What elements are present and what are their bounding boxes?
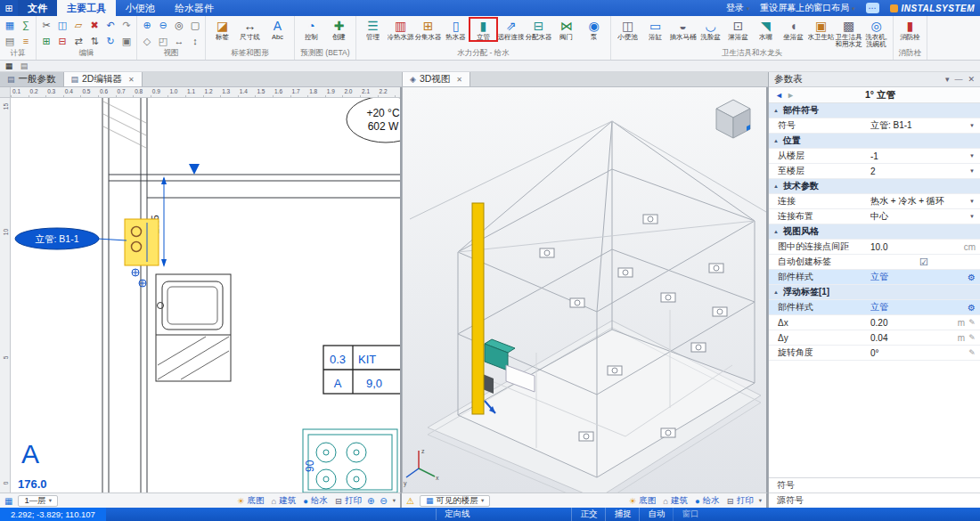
edit-pencil-icon[interactable]: ✎ [967, 333, 977, 342]
fit-height-icon[interactable]: ↕ [188, 34, 202, 48]
tab-general-parameters[interactable]: ▤ 一般参数 [0, 72, 64, 86]
3d-model-drawing[interactable]: z x y [403, 87, 768, 493]
swap-horizontal-icon[interactable]: ⇄ [71, 34, 86, 48]
ribbon-button-washer-dishwasher[interactable]: ◎洗衣机,洗碗机 [862, 18, 890, 49]
property-value[interactable]: 10.0 [870, 242, 960, 252]
close-icon[interactable]: ✕ [456, 76, 462, 84]
fit-width-icon[interactable]: ↔ [172, 34, 186, 48]
redo-icon[interactable]: ↷ [119, 18, 134, 32]
edit-pencil-icon[interactable]: ✎ [967, 318, 977, 327]
ribbon-button-manage[interactable]: ☰管理 [359, 18, 387, 41]
style-edit-icon[interactable]: ⚙ [966, 273, 977, 282]
chat-icon[interactable]: ⋯ [866, 3, 879, 13]
copy-icon[interactable]: ◫ [55, 18, 69, 32]
ribbon-button-create[interactable]: ✚创建 [325, 18, 353, 41]
ribbon-button-valve[interactable]: ⋈阀门 [552, 18, 580, 41]
property-value[interactable]: 立管 [870, 271, 966, 283]
ribbon-button-label[interactable]: ◪标签 [208, 18, 236, 41]
ribbon-button-bidet[interactable]: ◖坐浴盆 [780, 18, 807, 41]
ribbon-button-text[interactable]: AAbc [264, 18, 291, 41]
property-value[interactable]: 0.20 [870, 318, 949, 328]
rotate-icon[interactable]: ↻ [103, 34, 118, 48]
sheet-manager-icon[interactable]: ▤ [19, 61, 29, 71]
calc-table-icon[interactable]: ▦ [3, 18, 17, 32]
ribbon-button-washbasin[interactable]: ◡洗脸盆 [697, 18, 724, 41]
property-value[interactable]: 0.04 [870, 333, 949, 343]
2d-editor-canvas[interactable]: 0.10.20.30.40.50.60.70.80.91.01.11.21.31… [0, 87, 402, 493]
tab-2d-editor[interactable]: ▤ 2D编辑器 ✕ [64, 72, 143, 86]
more-icon[interactable]: ▾ [393, 497, 396, 504]
toggle-water-supply[interactable]: ●给水 [695, 495, 720, 507]
pan-icon[interactable]: ◇ [140, 34, 154, 48]
calc-options-icon[interactable]: ≡ [19, 34, 33, 48]
select-region-icon[interactable]: ▣ [119, 34, 134, 48]
ribbon-button-sanitary-station[interactable]: ▣水卫生站 [807, 18, 835, 41]
toggle-print[interactable]: ⊟打印 [335, 495, 362, 507]
close-icon[interactable]: ✕ [968, 75, 975, 84]
zoom-out-icon[interactable]: ⊖ [156, 18, 170, 32]
ribbon-button-fire-hydrant[interactable]: ▮消防栓 [896, 18, 924, 41]
previous-view-icon[interactable]: ◰ [156, 34, 170, 48]
ribbon-tab-water-fixtures[interactable]: 给水器件 [165, 0, 224, 16]
ribbon-button-distributor[interactable]: ⊟分配水器 [525, 18, 552, 41]
footer-source-symbol-row[interactable]: 源符号 [769, 493, 980, 508]
dropdown-icon[interactable]: ▼ [967, 214, 977, 219]
toggle-print[interactable]: ⊟打印 [727, 495, 754, 507]
zoom-in-icon[interactable]: ⊕ [367, 496, 374, 506]
auto-label-checkbox[interactable]: ☑ [919, 256, 928, 268]
next-item-icon[interactable]: ► [785, 91, 796, 100]
stove[interactable] [303, 429, 397, 493]
riser-label[interactable]: 立管: B1-1 [15, 228, 127, 249]
status-toggle-2[interactable]: 捕捉 [605, 508, 639, 521]
remove-icon[interactable]: ⊟ [55, 34, 69, 48]
zoom-extents-icon[interactable]: ◎ [172, 18, 186, 32]
connection-point-icons[interactable] [132, 269, 146, 287]
property-value[interactable]: 立管 [870, 301, 966, 313]
property-value[interactable]: -1 [870, 151, 967, 161]
property-value[interactable]: 热水 + 冷水 + 循环 [870, 195, 967, 208]
cut-icon[interactable]: ✂ [39, 18, 53, 32]
zoom-in-icon[interactable]: ⊕ [140, 18, 154, 32]
ribbon-button-tap[interactable]: ◥水嘴 [752, 18, 780, 41]
dropdown-icon[interactable]: ▼ [967, 153, 977, 159]
more-icon[interactable]: ▾ [759, 497, 762, 504]
calc-results-icon[interactable]: ▤ [3, 34, 17, 48]
calc-run-icon[interactable]: ∑ [19, 18, 33, 32]
ribbon-button-water-heater[interactable]: ▯热水器 [442, 18, 470, 41]
pin-icon[interactable]: — [954, 75, 962, 84]
2d-plan-drawing[interactable]: 17.5 +20 °C 602 W [11, 98, 400, 493]
delete-icon[interactable]: ✖ [87, 18, 102, 32]
navigation-cube[interactable] [716, 100, 750, 138]
property-section-8[interactable]: ▲视图风格 [769, 224, 980, 240]
status-toggle-4[interactable]: 窗口 [673, 508, 706, 521]
app-menu-icon[interactable]: ⊞ [0, 0, 18, 16]
edit-pencil-icon[interactable]: ✎ [967, 348, 977, 357]
ribbon-button-fixture-with-tap[interactable]: ▩卫生洁具和用水龙头 [835, 18, 862, 49]
property-value[interactable]: 0° [870, 348, 967, 358]
dropdown-icon[interactable]: ▼ [967, 123, 977, 128]
zoom-window-icon[interactable]: ▢ [188, 18, 202, 32]
3d-view-canvas[interactable]: z x y [402, 87, 768, 493]
quick-settings-icon[interactable]: ▦ [4, 61, 14, 71]
property-section-12[interactable]: ▲浮动标签[1] [769, 285, 980, 300]
ribbon-tab-file[interactable]: 文件 [18, 0, 57, 16]
footer-symbol-row[interactable]: 符号 [769, 477, 980, 493]
ribbon-button-riser[interactable]: ▮立管 [470, 18, 497, 41]
style-edit-icon[interactable]: ⚙ [966, 303, 977, 313]
toggle-base-map[interactable]: ☀底图 [237, 495, 265, 507]
insert-icon[interactable]: ⊞ [39, 34, 53, 48]
selected-riser-2d[interactable] [125, 219, 159, 265]
ribbon-tab-urinal[interactable]: 小便池 [116, 0, 165, 16]
zoom-out-icon[interactable]: ⊖ [380, 496, 387, 506]
toggle-building[interactable]: ⌂建筑 [271, 495, 296, 507]
dropdown-icon[interactable]: ▼ [967, 199, 977, 204]
ribbon-button-control[interactable]: ◔控制 [298, 18, 325, 41]
toggle-water-supply[interactable]: ●给水 [303, 495, 328, 507]
property-value[interactable]: 立管: B1-1 [870, 119, 967, 132]
property-section-5[interactable]: ▲技术参数 [769, 179, 980, 194]
toggle-base-map[interactable]: ☀底图 [629, 495, 657, 507]
reset-layout-menu[interactable]: 重设屏幕上的窗口布局 ▾ [760, 2, 854, 14]
visible-floors-selector[interactable]: ▦ 可见的楼层 ▾ [420, 495, 490, 507]
ribbon-button-dimension-line[interactable]: ↔尺寸线 [236, 18, 264, 41]
ribbon-button-shower-tray[interactable]: ⊡淋浴盆 [724, 18, 752, 41]
